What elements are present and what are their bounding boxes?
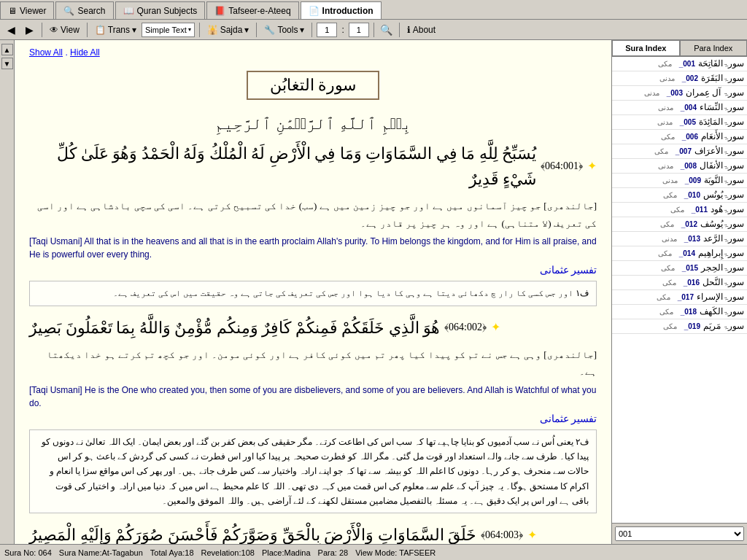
viewer-icon: 🖥: [8, 6, 17, 16]
separator-6: [374, 23, 374, 37]
ayah-arabic-2: ✦ ﴿064:002﴾ هُوَ الَّذِي خَلَقَكُمْ فَمِ…: [29, 315, 597, 341]
tafseer-icon: 📕: [214, 6, 225, 16]
view-button[interactable]: 👁 View: [47, 24, 82, 36]
para-index-tab[interactable]: Para Index: [680, 40, 748, 56]
sidebar-item-1[interactable]: سورۃالفَاتِحَة001_مکی: [612, 57, 747, 71]
sidebar-bottom: 001: [612, 523, 747, 544]
sidebar-item-2[interactable]: سورۃالبَقَرَة002_مدنی: [612, 71, 747, 86]
sidebar-item-8[interactable]: سورۃالأنفَال008_مدنی: [612, 159, 747, 174]
status-sura-name: Sura Name:At-Tagabun: [59, 548, 143, 557]
urdu-trans-1: [جالندھری] جو چیز آسمانوں میں ہے اور جو …: [29, 198, 597, 232]
tab-tafseer-e-ateeq[interactable]: 📕 Tafseer-e-Ateeq: [206, 1, 298, 19]
left-nav: ▲ ▼: [0, 40, 15, 544]
sajda-button[interactable]: 🕌 Sajda ▾: [204, 24, 252, 36]
urdu-trans-2: [جالندھری] وہی ہے جس نے تم کو پیدا کیا پ…: [29, 346, 597, 381]
sidebar-list: سورۃالفَاتِحَة001_مکیسورۃالبَقَرَة002_مد…: [612, 57, 747, 523]
status-sura-no: Sura No: 064: [4, 548, 52, 557]
star-icon-3: ✦: [527, 526, 537, 544]
sidebar-item-18[interactable]: سورۃالکَهف018_مکی: [612, 305, 747, 319]
tab-quran-subjects[interactable]: 📖 Quran Subjects: [115, 1, 206, 19]
sura-title-wrap: سورة التغابُن: [29, 63, 597, 107]
sidebar-item-16[interactable]: سورۃالنَّحل016_مکی: [612, 276, 747, 290]
separator-4: [256, 23, 257, 37]
trans-arrow: ▾: [132, 25, 136, 35]
sidebar-item-9[interactable]: سورۃالتَّوبَة009_مدنی: [612, 174, 747, 188]
sidebar-item-12[interactable]: سورۃیُوسُف012_مکی: [612, 217, 747, 232]
toolbar: ◀ ▶ 👁 View 📋 Trans ▾ Simple Text ▾ 🕌 Saj…: [0, 20, 747, 40]
simple-text-dropdown[interactable]: Simple Text ▾: [142, 23, 195, 37]
ayah-block-1: ✦ ﴿064:001﴾ يُسَبِّحُ لِلَّهِ مَا فِي ال…: [29, 141, 597, 306]
sura-select[interactable]: 001: [615, 526, 744, 541]
tab-introduction[interactable]: 📄 Introduction: [301, 1, 382, 19]
sidebar-item-15[interactable]: سورۃالحِجر015_مکی: [612, 261, 747, 276]
show-hide-bar[interactable]: Show All . Hide All: [29, 47, 597, 58]
sidebar-item-17[interactable]: سورۃالإسراء017_مکی: [612, 290, 747, 305]
search-button[interactable]: 🔍: [379, 22, 395, 38]
tab-search[interactable]: 🔍 Search: [55, 1, 113, 19]
sidebar-item-13[interactable]: سورۃالرَّعد013_مدنی: [612, 232, 747, 246]
tafseer-box-2: ف۲ یعنی اُس نے سب آدمیوں کو بنایا چاہیے …: [29, 429, 597, 514]
page-separator: :: [339, 25, 346, 35]
page-total-input[interactable]: [349, 23, 369, 37]
ayah-arabic-3: ✦ ﴿064:003﴾ خَلَقَ السَّمَاوَاتِ وَالْأَ…: [29, 522, 597, 544]
sidebar-item-6[interactable]: سورۃالأَنعَام006_مکی: [612, 130, 747, 144]
search-tab-icon: 🔍: [63, 6, 74, 16]
english-trans-1: [Taqi Usmani] All that is in the heavens…: [29, 235, 597, 261]
introduction-icon: 📄: [309, 6, 320, 16]
sidebar-item-7[interactable]: سورۃالأعرَاف007_مکی: [612, 144, 747, 159]
dropdown-arrow: ▾: [188, 26, 191, 33]
tafseer-link-1[interactable]: تفسیر عثمانی: [29, 264, 597, 276]
tafseer-box-1: ف۱ اور جس کسی کا رار چ دکھائی دیتا ہے وہ…: [29, 281, 597, 306]
sura-title: سورة التغابُن: [247, 71, 380, 100]
sidebar-item-5[interactable]: سورۃالمَائِدَة005_مدنی: [612, 115, 747, 130]
status-total-aya: Total Aya:18: [150, 548, 194, 557]
sidebar: Sura Index Para Index سورۃالفَاتِحَة001_…: [612, 40, 747, 544]
tab-bar: 🖥 Viewer 🔍 Search 📖 Quran Subjects 📕 Taf…: [0, 0, 747, 20]
about-icon: ℹ: [407, 25, 411, 35]
status-bar: Sura No: 064 Sura Name:At-Tagabun Total …: [0, 544, 747, 560]
english-trans-2: [Taqi Usmani] He is the One who created …: [29, 384, 597, 410]
sajda-arrow: ▾: [244, 25, 249, 35]
status-place: Place:Madina: [262, 548, 311, 557]
status-para: Para: 28: [318, 548, 349, 557]
sidebar-item-10[interactable]: سورۃیُونُس010_مکی: [612, 188, 747, 203]
back-button[interactable]: ◀: [3, 22, 19, 38]
ayah-block-2: ✦ ﴿064:002﴾ هُوَ الَّذِي خَلَقَكُمْ فَمِ…: [29, 315, 597, 514]
bismillah: بِسۡمِ ٱللَّهِ ٱلرَّحۡمَٰنِ ٱلرَّحِيمِ: [29, 114, 597, 133]
quran-subjects-icon: 📖: [123, 6, 134, 16]
tafseer-link-2[interactable]: تفسیر عثمانی: [29, 413, 597, 425]
content-area: Show All . Hide All سورة التغابُن بِسۡمِ…: [15, 40, 612, 544]
nav-down[interactable]: ▼: [1, 58, 13, 69]
main-layout: ▲ ▼ Show All . Hide All سورة التغابُن بِ…: [0, 40, 747, 544]
sidebar-tabs: Sura Index Para Index: [612, 40, 747, 57]
separator-3: [199, 23, 200, 37]
sajda-icon: 🕌: [207, 25, 218, 35]
separator-1: [42, 23, 42, 37]
separator-5: [311, 23, 312, 37]
tab-viewer[interactable]: 🖥 Viewer: [0, 1, 54, 19]
sidebar-item-11[interactable]: سورۃهُود011_مکی: [612, 203, 747, 217]
ayah-arabic-1: ✦ ﴿064:001﴾ يُسَبِّحُ لِلَّهِ مَا فِي ال…: [29, 141, 597, 192]
view-icon: 👁: [50, 25, 58, 35]
forward-button[interactable]: ▶: [21, 22, 37, 38]
sidebar-item-3[interactable]: سورۃ آل عِمران003_مدنی: [612, 86, 747, 101]
sura-index-tab[interactable]: Sura Index: [612, 40, 680, 56]
status-revelation: Revelation:108: [201, 548, 255, 557]
tools-button[interactable]: 🔧 Tools ▾: [261, 24, 307, 36]
trans-button[interactable]: 📋 Trans ▾: [92, 24, 139, 36]
status-view-mode: View Mode: TAFSEER: [355, 548, 436, 557]
separator-7: [399, 23, 400, 37]
star-icon-1: ✦: [587, 157, 597, 176]
nav-up[interactable]: ▲: [1, 44, 13, 55]
sidebar-item-14[interactable]: سورۃإِبراهِیم014_مکی: [612, 246, 747, 261]
tools-arrow: ▾: [300, 25, 304, 35]
trans-icon: 📋: [95, 25, 106, 35]
sidebar-item-4[interactable]: سورۃالنِّسَاء004_مدنی: [612, 101, 747, 115]
ayah-block-3: ✦ ﴿064:003﴾ خَلَقَ السَّمَاوَاتِ وَالْأَ…: [29, 522, 597, 544]
separator-2: [87, 23, 88, 37]
page-number-input[interactable]: [317, 23, 337, 37]
star-icon-2: ✦: [491, 318, 500, 337]
about-button[interactable]: ℹ About: [404, 24, 438, 36]
sidebar-item-19[interactable]: سورۃ مَریَم019_مکی: [612, 319, 747, 334]
tools-icon: 🔧: [264, 25, 275, 35]
